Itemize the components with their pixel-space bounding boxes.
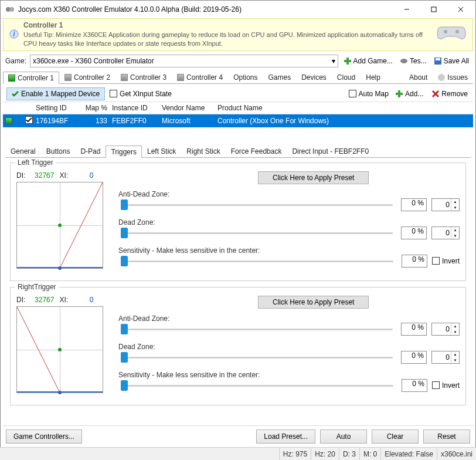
tab-controller3[interactable]: Controller 3 <box>115 71 172 83</box>
right-xi-value: 0 <box>70 296 93 304</box>
window-title: Jocys.com X360 Controller Emulator 4.10.… <box>18 5 393 13</box>
subtab-left-stick[interactable]: Left Stick <box>142 145 181 157</box>
game-select[interactable]: x360ce.exe - X360 Controller Emulator ▾ <box>30 55 338 67</box>
x-icon <box>431 90 440 98</box>
right-dead-zone-slider[interactable] <box>118 352 396 363</box>
info-banner: i Controller 1 Useful Tip: Minimize X360… <box>3 18 473 51</box>
subtab-right-stick[interactable]: Right Stick <box>181 145 225 157</box>
right-invert-checkbox[interactable]: Invert <box>432 381 460 390</box>
right-anti-dead-zone-spin[interactable]: 0▲▼ <box>431 323 460 336</box>
tab-issues[interactable]: Issues <box>433 71 473 83</box>
tab-options[interactable]: Options <box>228 71 263 83</box>
right-anti-dead-zone-slider[interactable] <box>118 324 396 334</box>
left-invert-checkbox[interactable]: Invert <box>432 257 460 265</box>
tab-controller4[interactable]: Controller 4 <box>172 71 228 83</box>
status-hz1: Hz: 975 <box>279 448 311 460</box>
led-icon <box>5 117 12 124</box>
right-dead-zone-pct[interactable]: 0 % <box>401 351 427 364</box>
triggers-body: Left Trigger DI: 32767 XI: 0 Click Here … <box>3 158 473 405</box>
clear-button[interactable]: Clear <box>372 429 419 444</box>
svg-line-19 <box>60 182 103 268</box>
check-icon <box>12 90 19 97</box>
svg-rect-14 <box>436 58 440 60</box>
left-anti-dead-zone-slider[interactable] <box>118 199 396 210</box>
left-dead-zone-pct[interactable]: 0 % <box>401 226 427 239</box>
subtab-direct-input[interactable]: Direct Input - FEBF2FF0 <box>287 145 374 157</box>
subtab-dpad[interactable]: D-Pad <box>75 145 106 157</box>
svg-rect-11 <box>344 60 351 62</box>
tab-controller2[interactable]: Controller 2 <box>59 71 115 83</box>
game-row: Game: x360ce.exe - X360 Controller Emula… <box>1 53 475 70</box>
test-label: Tes... <box>410 57 427 65</box>
device-checkbox[interactable] <box>25 116 33 124</box>
right-apply-preset-button[interactable]: Click Here to Apply Preset <box>258 296 369 309</box>
led-icon <box>64 74 72 81</box>
app-icon <box>5 5 15 14</box>
device-table-row[interactable]: 176194BF 133 FEBF2FF0 Microsoft Controll… <box>3 114 473 127</box>
controller-small-icon <box>400 57 408 65</box>
subtab-triggers[interactable]: Triggers <box>106 146 142 158</box>
status-hz2: Hz: 20 <box>311 448 339 460</box>
auto-map-checkbox[interactable]: Auto Map <box>349 90 389 98</box>
game-label: Game: <box>5 57 26 65</box>
subtab-force-feedback[interactable]: Force Feedback <box>226 145 287 157</box>
right-dead-zone-spin[interactable]: 0▲▼ <box>431 351 460 364</box>
test-button[interactable]: Tes... <box>398 56 429 66</box>
add-game-button[interactable]: Add Game... <box>342 56 395 66</box>
tab-controller1[interactable]: Controller 1 <box>3 72 59 84</box>
left-sensitivity-pct[interactable]: 0 % <box>402 255 427 268</box>
right-anti-dead-zone-pct[interactable]: 0 % <box>401 323 427 336</box>
maximize-button[interactable] <box>420 1 447 18</box>
left-di-value: 32767 <box>27 171 54 180</box>
save-all-button[interactable]: Save All <box>432 56 471 66</box>
right-sensitivity-slider[interactable] <box>118 380 397 391</box>
right-trigger-group: RightTrigger DI: 32767 XI: 0 Click Here … <box>10 287 466 405</box>
load-preset-button[interactable]: Load Preset... <box>256 429 315 444</box>
checkbox-icon <box>432 257 440 265</box>
subtab-general[interactable]: General <box>5 145 41 157</box>
reset-button[interactable]: Reset <box>423 429 470 444</box>
svg-point-1 <box>9 7 14 12</box>
sub-tab-strip: General Buttons D-Pad Triggers Left Stic… <box>5 145 471 158</box>
auto-button[interactable]: Auto <box>320 429 367 444</box>
svg-rect-16 <box>396 93 403 95</box>
close-button[interactable] <box>447 1 474 18</box>
enable-mapped-device-button[interactable]: Enable 1 Mapped Device <box>6 87 105 100</box>
tab-devices[interactable]: Devices <box>296 71 332 83</box>
led-icon <box>8 75 15 82</box>
controller-toolbar: Enable 1 Mapped Device Get XInput State … <box>3 86 473 102</box>
subtab-buttons[interactable]: Buttons <box>41 145 76 157</box>
svg-point-8 <box>444 30 447 33</box>
minimize-button[interactable] <box>393 1 420 18</box>
controller-icon <box>435 21 468 44</box>
left-dead-zone-spin[interactable]: 0▲▼ <box>431 226 460 239</box>
left-xi-value: 0 <box>70 171 93 180</box>
tab-games[interactable]: Games <box>263 71 296 83</box>
left-dead-zone-slider[interactable] <box>118 228 396 238</box>
info-icon: i <box>9 29 19 40</box>
status-elevated: Elevated: False <box>380 448 437 460</box>
left-apply-preset-button[interactable]: Click Here to Apply Preset <box>258 171 369 184</box>
status-m: M: 0 <box>359 448 380 460</box>
left-sensitivity-slider[interactable] <box>118 256 397 266</box>
right-sensitivity-pct[interactable]: 0 % <box>402 379 427 392</box>
game-select-value: x360ce.exe - X360 Controller Emulator <box>33 57 154 65</box>
right-di-value: 32767 <box>27 296 54 304</box>
remove-device-button[interactable]: Remove <box>430 89 470 99</box>
tab-about[interactable]: About <box>404 71 433 83</box>
left-anti-dead-zone-spin[interactable]: 0▲▼ <box>431 198 460 211</box>
led-icon <box>121 74 128 81</box>
left-anti-dead-zone-pct[interactable]: 0 % <box>401 198 427 211</box>
tab-cloud[interactable]: Cloud <box>332 71 361 83</box>
plus-icon <box>344 57 352 65</box>
svg-rect-3 <box>431 7 436 12</box>
controller-panel: Enable 1 Mapped Device Get XInput State … <box>3 84 473 405</box>
status-bar: Hz: 975 Hz: 20 D: 3 M: 0 Elevated: False… <box>0 447 476 460</box>
get-xinput-state-checkbox[interactable]: Get XInput State <box>110 90 172 98</box>
right-trigger-chart <box>16 306 103 393</box>
game-controllers-button[interactable]: Game Controllers... <box>6 429 82 444</box>
add-device-button[interactable]: Add... <box>393 89 425 99</box>
save-all-label: Save All <box>444 57 469 65</box>
tab-help[interactable]: Help <box>361 71 386 83</box>
titlebar: Jocys.com X360 Controller Emulator 4.10.… <box>1 1 475 18</box>
